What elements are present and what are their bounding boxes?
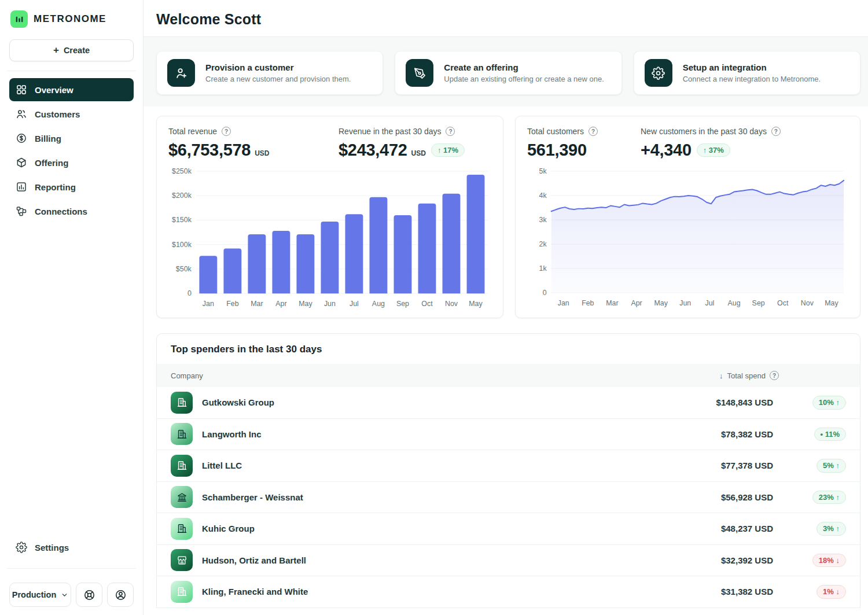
svg-text:Feb: Feb [582, 299, 594, 307]
sidebar-item-label: Connections [35, 207, 87, 216]
company-building-icon [171, 455, 193, 477]
svg-text:Sep: Sep [396, 300, 409, 308]
environment-selector[interactable]: Production [9, 583, 71, 607]
column-company: Company [171, 371, 203, 380]
sidebar-item-label: Billing [35, 134, 61, 143]
user-plus-icon [167, 59, 195, 87]
users-icon [16, 108, 27, 120]
revenue-30d-stat: Revenue in the past 30 days $243,472 USD… [339, 127, 465, 160]
package-icon [16, 157, 27, 168]
company-building-icon [171, 486, 193, 508]
svg-text:Jul: Jul [350, 300, 359, 308]
svg-text:2k: 2k [539, 240, 547, 248]
total-spend-value: $78,382 USD [686, 429, 773, 439]
action-description: Create a new customer and provision them… [205, 75, 351, 83]
stat-label: Total revenue [168, 127, 217, 136]
help-icon[interactable] [771, 127, 781, 136]
svg-text:Nov: Nov [445, 300, 458, 308]
svg-text:Jun: Jun [324, 300, 336, 308]
environment-label: Production [12, 590, 57, 599]
sidebar-item-customers[interactable]: Customers [9, 102, 134, 126]
action-title: Create an offering [444, 62, 604, 72]
connections-icon [16, 205, 27, 217]
action-description: Update an existing offering or create a … [444, 75, 604, 83]
sidebar-footer: Production [9, 583, 134, 607]
setup-integration-card[interactable]: Setup an integration Connect a new integ… [634, 51, 860, 95]
sidebar-item-reporting[interactable]: Reporting [9, 175, 134, 198]
brand-logo[interactable]: METRONOME [9, 8, 134, 29]
svg-text:$200k: $200k [172, 192, 192, 200]
top-spenders-section: Top spenders in the last 30 days Company… [156, 333, 860, 608]
sidebar-divider [7, 71, 136, 71]
account-button[interactable] [107, 583, 134, 607]
delta-badge: 23% ↑ [812, 491, 846, 504]
help-icon[interactable] [589, 127, 598, 136]
customers-area-chart: 01k2k3k4k5kJanFebMarAprMayJunJulAugSepOc… [527, 165, 848, 312]
sidebar-item-label: Settings [35, 543, 69, 553]
plus-icon [53, 45, 59, 56]
svg-text:4k: 4k [539, 192, 547, 200]
svg-text:Mar: Mar [606, 299, 618, 307]
metronome-logo-icon [10, 10, 28, 28]
svg-text:0: 0 [187, 289, 192, 297]
svg-text:May: May [299, 300, 312, 308]
table-row[interactable]: Kuhic Group $48,237 USD 3% ↑ [157, 513, 860, 545]
bar-chart-icon [16, 181, 27, 193]
total-customers-stat: Total customers 561,390 [527, 127, 620, 160]
main-content: Welcome Scott Provision a customer Creat… [144, 0, 868, 615]
svg-text:Apr: Apr [275, 300, 286, 308]
svg-text:May: May [654, 299, 668, 307]
create-offering-card[interactable]: Create an offering Update an existing of… [395, 51, 621, 95]
svg-text:May: May [469, 300, 483, 308]
sidebar-item-label: Overview [35, 85, 73, 95]
page-title: Welcome Scott [156, 11, 855, 28]
provision-customer-card[interactable]: Provision a customer Create a new custom… [156, 51, 383, 95]
table-row[interactable]: Kling, Franecki and White $31,382 USD 1%… [157, 576, 860, 608]
table-row[interactable]: Langworth Inc $78,382 USD • 11% [157, 419, 860, 451]
revenue-bar-chart: 0$50k$100k$150k$200k$250kJanFebMarAprMay… [168, 165, 491, 313]
stat-label: New customers in the past 30 days [641, 127, 767, 136]
company-building-icon [171, 392, 193, 414]
section-title: Top spenders in the last 30 days [157, 334, 860, 364]
life-buoy-icon [83, 589, 95, 601]
delta-badge: 18% ↓ [812, 554, 846, 568]
revenue-chart-card: Total revenue $6,753,578 USD Revenue in … [156, 116, 503, 318]
help-icon[interactable] [446, 127, 455, 136]
delta-badge: ↑ 37% [697, 143, 730, 157]
sidebar-item-settings[interactable]: Settings [9, 536, 134, 559]
sidebar-item-connections[interactable]: Connections [9, 200, 134, 223]
sidebar-item-label: Reporting [35, 182, 76, 192]
svg-text:Jun: Jun [679, 299, 691, 307]
column-total-spend-sort[interactable]: Total spend [719, 371, 779, 380]
sidebar: METRONOME Create Overview Customers Bill… [0, 0, 144, 615]
company-name: Gutkowski Group [202, 397, 274, 407]
table-row[interactable]: Schamberger - Weissnat $56,928 USD 23% ↑ [157, 482, 860, 514]
chevron-down-icon [61, 591, 68, 599]
delta-badge: • 11% [814, 428, 846, 441]
delta-badge: 3% ↑ [816, 522, 846, 536]
stat-value: $6,753,578 [168, 141, 251, 160]
stat-label: Revenue in the past 30 days [339, 127, 441, 136]
help-support-button[interactable] [76, 583, 102, 607]
help-icon[interactable] [770, 371, 779, 380]
svg-text:Oct: Oct [421, 300, 433, 308]
total-spend-value: $48,237 USD [686, 524, 773, 533]
svg-text:Apr: Apr [631, 299, 642, 307]
create-button[interactable]: Create [9, 39, 134, 61]
sidebar-item-billing[interactable]: Billing [9, 127, 134, 150]
sidebar-item-overview[interactable]: Overview [9, 78, 134, 101]
gear-icon [16, 542, 27, 553]
company-building-icon [171, 518, 193, 540]
action-description: Connect a new integration to Metronome. [683, 75, 821, 83]
help-icon[interactable] [222, 127, 231, 136]
sidebar-item-offering[interactable]: Offering [9, 151, 134, 174]
gear-icon [645, 59, 672, 87]
quick-actions: Provision a customer Create a new custom… [144, 36, 868, 106]
table-header: Company Total spend [157, 364, 860, 387]
delta-badge: 10% ↑ [812, 396, 846, 410]
brand-name: METRONOME [34, 13, 106, 25]
table-row[interactable]: Hudson, Ortiz and Bartell $32,392 USD 18… [157, 545, 860, 577]
table-row[interactable]: Gutkowski Group $148,843 USD 10% ↑ [157, 387, 860, 419]
svg-text:1k: 1k [539, 264, 547, 272]
table-row[interactable]: Littel LLC $77,378 USD 5% ↑ [157, 450, 860, 482]
